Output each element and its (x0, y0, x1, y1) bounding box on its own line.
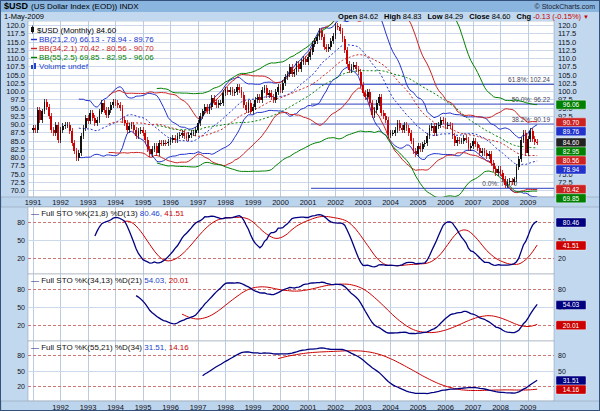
svg-text:1992: 1992 (52, 403, 69, 411)
copyright: © StockCharts.com (535, 1, 595, 12)
close-label: Close (469, 12, 489, 21)
svg-text:54.03: 54.03 (563, 301, 580, 308)
svg-text:96.06: 96.06 (563, 101, 580, 108)
svg-text:84.60: 84.60 (563, 139, 580, 146)
svg-text:2001: 2001 (300, 403, 317, 411)
svg-text:69.85: 69.85 (563, 195, 580, 202)
svg-text:20: 20 (17, 383, 25, 390)
svg-text:1994: 1994 (107, 403, 124, 411)
high-label: High (384, 12, 401, 21)
svg-text:90.70: 90.70 (563, 119, 580, 126)
svg-text:1995: 1995 (135, 403, 152, 411)
svg-text:50: 50 (17, 304, 25, 311)
svg-text:1997: 1997 (190, 198, 207, 207)
quote-bar: 1-May-2009 Open84.62High84.83Low84.29Clo… (1, 12, 599, 21)
svg-text:BB(21,2.0) 66.13 - 78.94 - 89.: BB(21,2.0) 66.13 - 78.94 - 89.76 (39, 35, 154, 44)
panel-legend: — Full STO %K(34,13) %D(21) 54.03, 20.01 (31, 276, 189, 285)
svg-text:80.46: 80.46 (563, 219, 580, 226)
svg-text:1998: 1998 (217, 403, 234, 411)
svg-text:82.95: 82.95 (563, 148, 580, 155)
svg-text:2004: 2004 (382, 403, 399, 411)
chevron-down-icon[interactable]: ▼ (583, 14, 589, 20)
close-value: 84.60 (492, 12, 511, 21)
svg-text:50: 50 (17, 237, 25, 244)
svg-text:2000: 2000 (272, 403, 289, 411)
svg-text:2000: 2000 (272, 198, 289, 207)
svg-text:20: 20 (17, 255, 25, 262)
main-x-axis: 1991199219931994199519961997199819992000… (1, 197, 600, 207)
low-label: Low (428, 12, 443, 21)
svg-text:2006: 2006 (437, 198, 454, 207)
title-bar: $USD(US Dollar Index (EOD)) INDX © Stock… (1, 1, 599, 12)
svg-text:2003: 2003 (355, 198, 372, 207)
chart-canvas: 120.0120.0117.5117.5115.0115.0112.5112.5… (1, 21, 600, 411)
chg-value: -0.13 (-0.15%) (533, 12, 581, 21)
svg-text:$USD (Monthly) 84.60: $USD (Monthly) 84.60 (37, 26, 117, 35)
svg-text:14.16: 14.16 (563, 386, 580, 393)
svg-text:1991: 1991 (25, 198, 42, 207)
svg-text:50: 50 (558, 368, 566, 375)
svg-text:2008: 2008 (492, 198, 509, 207)
svg-text:1994: 1994 (107, 198, 124, 207)
low-value: 84.29 (445, 12, 464, 21)
svg-text:BB(34,2.1) 70.42 - 80.56 - 90.: BB(34,2.1) 70.42 - 80.56 - 90.70 (39, 44, 154, 53)
panel-legend: — Full STO %K(55,21) %D(34) 31.51, 14.16 (31, 343, 189, 352)
svg-text:1996: 1996 (162, 403, 179, 411)
svg-text:50: 50 (17, 368, 25, 375)
svg-text:1999: 1999 (245, 198, 262, 207)
svg-text:80: 80 (17, 286, 25, 293)
svg-text:1992: 1992 (52, 198, 69, 207)
svg-text:2003: 2003 (355, 403, 372, 411)
svg-text:50.0%: 96.22: 50.0%: 96.22 (512, 96, 551, 103)
svg-text:1993: 1993 (80, 403, 97, 411)
svg-text:80.56: 80.56 (563, 157, 580, 164)
svg-text:2008: 2008 (492, 403, 509, 411)
svg-text:1999: 1999 (245, 403, 262, 411)
svg-text:70.42: 70.42 (563, 186, 580, 193)
svg-text:80: 80 (17, 352, 25, 359)
chart-date: 1-May-2009 (4, 12, 44, 21)
panel-value-boxes: 80.4641.51 (556, 218, 586, 250)
svg-text:1993: 1993 (80, 198, 97, 207)
svg-text:2007: 2007 (465, 198, 482, 207)
svg-text:20: 20 (558, 255, 566, 262)
svg-text:2006: 2006 (437, 403, 454, 411)
svg-text:2007: 2007 (465, 403, 482, 411)
stockcharts-chart-window: $USD(US Dollar Index (EOD)) INDX © Stock… (0, 0, 600, 411)
panel-legend: — Full STO %K(21,8) %D(13) 80.46, 41.51 (31, 209, 185, 218)
svg-text:1996: 1996 (162, 198, 179, 207)
panel-value-boxes: 54.0320.01 (556, 301, 586, 330)
bottom-x-axis: 1992199319941995199619971998199920002001… (1, 401, 600, 411)
svg-text:61.8%: 102.24: 61.8%: 102.24 (508, 76, 550, 83)
high-value: 84.83 (403, 12, 422, 21)
symbol-ticker: $USD (4, 1, 28, 11)
panel-value-boxes: 31.5114.16 (556, 376, 586, 394)
svg-text:BB(55,2.5) 69.85 - 82.95 - 96.: BB(55,2.5) 69.85 - 82.95 - 96.06 (39, 53, 154, 62)
stochastic-panel-2: 808050502020— Full STO %K(34,13) %D(21) … (17, 274, 586, 341)
main-price-panel: 120.0120.0117.5117.5115.0115.0112.5112.5… (1, 21, 600, 207)
open-label: Open (338, 12, 357, 21)
svg-text:1997: 1997 (190, 403, 207, 411)
svg-text:2005: 2005 (410, 198, 427, 207)
svg-text:31.51: 31.51 (563, 377, 580, 384)
stochastic-panel-1: 808050502020— Full STO %K(21,8) %D(13) 8… (17, 207, 586, 274)
svg-text:2009: 2009 (520, 403, 537, 411)
svg-text:70.0: 70.0 (10, 186, 25, 195)
svg-text:80: 80 (558, 352, 566, 359)
chg-label: Chg (517, 12, 532, 21)
stochastic-panel-3: 808050502020— Full STO %K(55,21) %D(34) … (17, 341, 586, 401)
svg-text:80: 80 (17, 219, 25, 226)
svg-text:1998: 1998 (217, 198, 234, 207)
svg-text:2002: 2002 (327, 403, 344, 411)
svg-text:Volume undef: Volume undef (39, 62, 89, 71)
svg-text:41.51: 41.51 (563, 242, 580, 249)
svg-text:2001: 2001 (300, 198, 317, 207)
open-value: 84.62 (359, 12, 378, 21)
volume-bars-icon (31, 65, 33, 69)
page-title: (US Dollar Index (EOD)) INDX (31, 2, 139, 11)
svg-text:78.94: 78.94 (563, 166, 580, 173)
svg-text:20.01: 20.01 (563, 322, 580, 329)
svg-text:1995: 1995 (135, 198, 152, 207)
svg-text:20: 20 (17, 322, 25, 329)
svg-text:2005: 2005 (410, 403, 427, 411)
